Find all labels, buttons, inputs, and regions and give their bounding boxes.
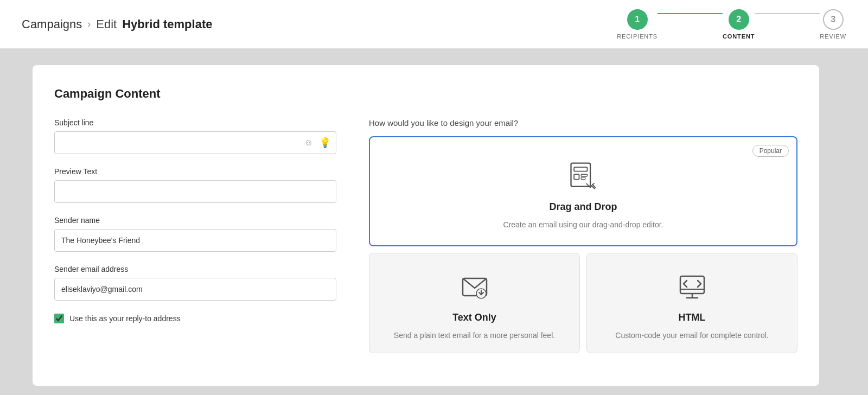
campaigns-link[interactable]: Campaigns: [22, 17, 82, 31]
design-option-text-only[interactable]: Text Only Send a plain text email for a …: [369, 253, 580, 353]
text-only-icon: [457, 270, 492, 304]
campaign-content-card: Campaign Content Subject line ☺ 💡: [33, 65, 819, 386]
subject-line-group: Subject line ☺ 💡: [54, 118, 336, 154]
breadcrumb: Campaigns › Edit Hybrid template: [22, 17, 212, 31]
text-only-desc: Send a plain text email for a more perso…: [394, 331, 555, 340]
step-2[interactable]: 2 CONTENT: [723, 9, 755, 40]
sender-name-label: Sender name: [54, 216, 336, 225]
step-2-circle: 2: [729, 9, 749, 30]
step-2-label: CONTENT: [723, 33, 755, 40]
step-3-label: REVIEW: [820, 33, 846, 40]
design-options-bottom: Text Only Send a plain text email for a …: [369, 253, 797, 353]
preview-text-input[interactable]: [54, 180, 336, 203]
reply-to-row: Use this as your reply-to address: [54, 314, 336, 323]
sender-email-group: Sender email address eliseklaviyo@gmail.…: [54, 265, 336, 301]
html-desc: Custom-code your email for complete cont…: [615, 331, 768, 340]
preview-text-label: Preview Text: [54, 167, 336, 176]
sender-email-label: Sender email address: [54, 265, 336, 273]
step-3-circle: 3: [823, 9, 844, 30]
svg-rect-4: [581, 177, 585, 180]
main-content: Campaign Content Subject line ☺ 💡: [0, 49, 868, 395]
design-column: How would you like to design your email?…: [369, 118, 797, 353]
popular-badge: Popular: [752, 145, 789, 157]
step-1[interactable]: 1 RECIPIENTS: [617, 9, 658, 40]
breadcrumb-edit-label: Edit: [96, 17, 117, 31]
html-icon: [675, 270, 710, 304]
design-option-html[interactable]: HTML Custom-code your email for complete…: [586, 253, 797, 353]
bulb-icon[interactable]: 💡: [319, 137, 331, 149]
page-title: Hybrid template: [122, 17, 212, 31]
subject-line-wrapper: ☺ 💡: [54, 131, 336, 154]
stepper: 1 RECIPIENTS 2 CONTENT 3 REVIEW: [617, 9, 846, 40]
dnd-icon: [566, 159, 601, 194]
dnd-title: Drag and Drop: [549, 201, 617, 213]
two-column-layout: Subject line ☺ 💡 Preview Text: [54, 118, 797, 353]
form-column: Subject line ☺ 💡 Preview Text: [54, 118, 336, 353]
step-1-circle: 1: [627, 9, 648, 30]
subject-line-label: Subject line: [54, 118, 336, 127]
reply-to-checkbox[interactable]: [54, 314, 64, 323]
card-title: Campaign Content: [54, 87, 797, 101]
design-options: Popular: [369, 136, 797, 353]
svg-rect-2: [574, 174, 579, 179]
sender-email-input[interactable]: eliseklaviyo@gmail.com: [54, 278, 336, 301]
connector-1-2: [658, 13, 723, 14]
header: Campaigns › Edit Hybrid template 1 RECIP…: [0, 0, 868, 49]
design-question: How would you like to design your email?: [369, 118, 797, 128]
connector-2-3: [755, 13, 820, 14]
sender-name-input[interactable]: The Honeybee's Friend: [54, 229, 336, 252]
svg-rect-1: [574, 167, 587, 171]
sender-name-group: Sender name The Honeybee's Friend: [54, 216, 336, 252]
step-1-label: RECIPIENTS: [617, 33, 658, 40]
design-option-drag-drop[interactable]: Popular: [369, 136, 797, 246]
svg-rect-3: [581, 174, 587, 176]
html-title: HTML: [679, 312, 706, 323]
dnd-desc: Create an email using our drag-and-drop …: [503, 220, 663, 229]
reply-to-label: Use this as your reply-to address: [69, 314, 181, 323]
step-3[interactable]: 3 REVIEW: [820, 9, 846, 40]
subject-line-input[interactable]: [54, 131, 336, 154]
text-only-title: Text Only: [452, 312, 496, 323]
preview-text-group: Preview Text: [54, 167, 336, 203]
subject-line-icons: ☺ 💡: [303, 137, 331, 149]
breadcrumb-chevron: ›: [87, 18, 91, 30]
emoji-icon[interactable]: ☺: [303, 137, 315, 149]
